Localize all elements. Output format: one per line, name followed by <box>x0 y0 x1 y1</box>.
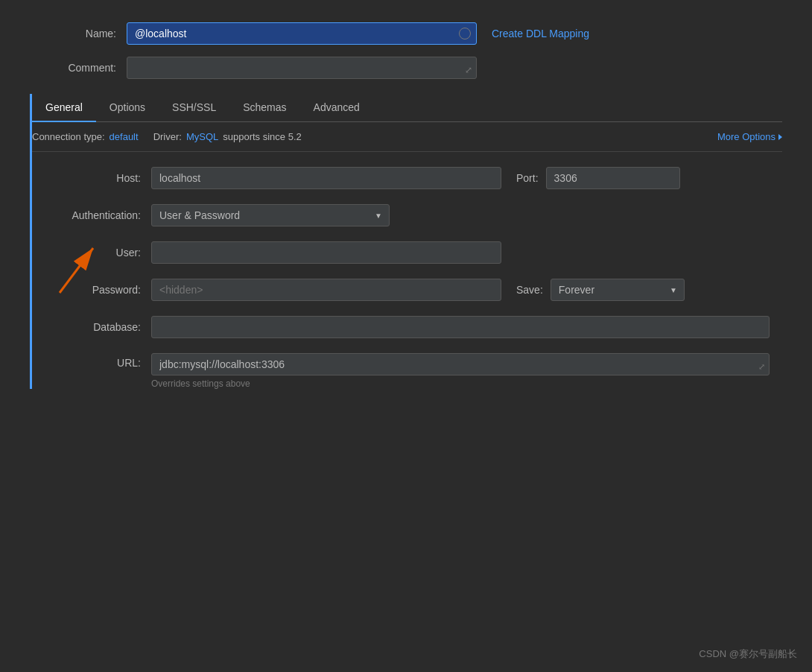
comment-row: Comment: ⤢ <box>30 57 782 79</box>
comment-input[interactable] <box>127 57 477 79</box>
name-input-wrap <box>127 22 477 45</box>
save-label: Save: <box>516 284 543 296</box>
watermark: CSDN @赛尔号副船长 <box>699 647 797 661</box>
host-port-row: Host: Port: <box>32 167 782 189</box>
database-label: Database: <box>32 321 151 333</box>
url-wrap: ⤢ Overrides settings above <box>151 353 770 389</box>
conn-driver-label: Driver: <box>153 131 182 142</box>
database-row: Database: <box>32 316 782 338</box>
conn-driver-since: supports since 5.2 <box>223 131 302 142</box>
password-label: Password: <box>32 284 151 296</box>
chevron-right-icon <box>778 134 782 140</box>
create-ddl-link[interactable]: Create DDL Mapping <box>492 28 589 39</box>
more-options-link[interactable]: More Options <box>717 131 782 142</box>
user-label: User: <box>32 247 151 259</box>
name-row: Name: Create DDL Mapping <box>30 22 782 45</box>
conn-type-value[interactable]: default <box>110 131 139 142</box>
tab-schemas[interactable]: Schemas <box>229 94 299 122</box>
host-input[interactable] <box>151 167 501 189</box>
port-label: Port: <box>516 172 539 184</box>
url-label: URL: <box>32 353 151 369</box>
port-input[interactable] <box>546 167 680 189</box>
comment-wrap: ⤢ <box>127 57 477 79</box>
url-row: URL: ⤢ Overrides settings above <box>32 353 782 389</box>
expand-url-icon[interactable]: ⤢ <box>758 362 765 372</box>
auth-row: Authentication: User & Password Password… <box>32 204 782 226</box>
tab-bar: General Options SSH/SSL Schemas Advanced <box>32 94 782 122</box>
name-label: Name: <box>30 28 127 39</box>
auth-label: Authentication: <box>32 209 151 221</box>
name-circle-icon <box>459 28 471 39</box>
url-hint: Overrides settings above <box>151 378 770 389</box>
save-select-wrap: Forever Until restart Never ▼ <box>551 279 685 301</box>
tab-sshssl[interactable]: SSH/SSL <box>159 94 229 122</box>
user-row: User: <box>32 241 782 264</box>
url-input[interactable] <box>151 353 770 375</box>
expand-comment-icon[interactable]: ⤢ <box>465 65 472 75</box>
user-input[interactable] <box>151 241 501 264</box>
tab-options[interactable]: Options <box>96 94 159 122</box>
auth-select[interactable]: User & Password Password No auth LDAP <box>151 204 390 226</box>
password-row: Password: Save: Forever Until restart Ne… <box>32 279 782 301</box>
connection-type-row: Connection type: default Driver: MySQL s… <box>32 122 782 152</box>
form-section: Host: Port: Authentication: User & Passw… <box>32 159 782 389</box>
comment-label: Comment: <box>30 62 127 74</box>
conn-type-label: Connection type: <box>32 131 105 142</box>
auth-select-wrap: User & Password Password No auth LDAP ▼ <box>151 204 390 226</box>
host-label: Host: <box>32 172 151 184</box>
url-input-row: ⤢ <box>151 353 770 375</box>
conn-driver-value[interactable]: MySQL <box>186 131 218 142</box>
password-input[interactable] <box>151 279 501 301</box>
save-select[interactable]: Forever Until restart Never <box>551 279 685 301</box>
database-input[interactable] <box>151 316 770 338</box>
name-input[interactable] <box>127 22 477 45</box>
tabs-wrapper: General Options SSH/SSL Schemas Advanced… <box>30 94 782 389</box>
tab-general[interactable]: General <box>32 94 96 122</box>
tab-advanced[interactable]: Advanced <box>300 94 373 122</box>
